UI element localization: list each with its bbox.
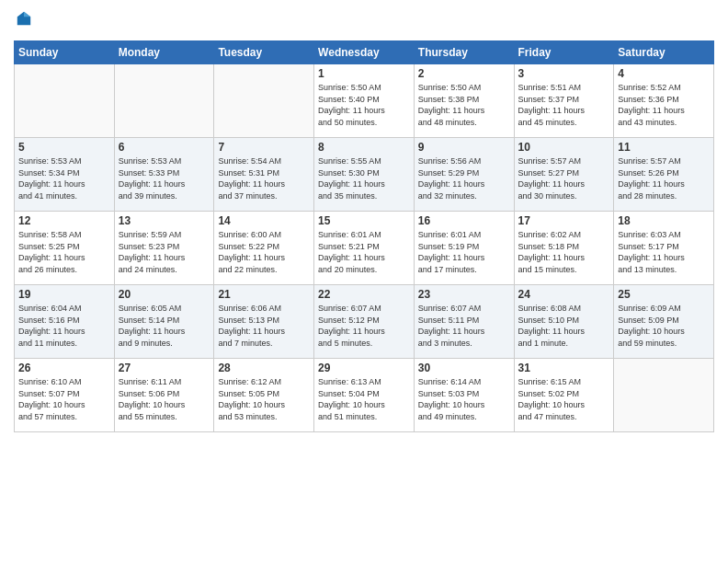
day-number: 22 [318, 288, 410, 301]
day-number: 27 [119, 362, 210, 374]
day-info: Sunrise: 6:00 AM Sunset: 5:22 PM Dayligh… [218, 229, 310, 275]
day-number: 31 [518, 362, 610, 374]
day-number: 30 [418, 362, 510, 374]
day-cell: 19Sunrise: 6:04 AM Sunset: 5:16 PM Dayli… [15, 285, 115, 359]
day-number: 24 [518, 288, 610, 301]
day-number: 25 [618, 288, 710, 301]
day-info: Sunrise: 5:53 AM Sunset: 5:33 PM Dayligh… [119, 155, 210, 201]
day-number: 17 [518, 214, 610, 227]
day-number: 29 [318, 362, 410, 374]
day-cell: 28Sunrise: 6:12 AM Sunset: 5:05 PM Dayli… [214, 359, 314, 432]
day-cell: 26Sunrise: 6:10 AM Sunset: 5:07 PM Dayli… [15, 359, 115, 432]
day-number: 2 [418, 67, 510, 80]
day-cell: 4Sunrise: 5:52 AM Sunset: 5:36 PM Daylig… [614, 64, 714, 138]
day-info: Sunrise: 6:07 AM Sunset: 5:12 PM Dayligh… [318, 303, 410, 349]
day-info: Sunrise: 6:08 AM Sunset: 5:10 PM Dayligh… [518, 303, 610, 349]
day-cell: 18Sunrise: 6:03 AM Sunset: 5:17 PM Dayli… [614, 212, 714, 285]
week-row-2: 5Sunrise: 5:53 AM Sunset: 5:34 PM Daylig… [15, 138, 714, 212]
day-cell: 5Sunrise: 5:53 AM Sunset: 5:34 PM Daylig… [15, 138, 115, 212]
day-number: 5 [18, 141, 110, 154]
week-row-4: 19Sunrise: 6:04 AM Sunset: 5:16 PM Dayli… [15, 285, 714, 359]
weekday-tuesday: Tuesday [214, 41, 314, 64]
day-cell: 2Sunrise: 5:50 AM Sunset: 5:38 PM Daylig… [414, 64, 514, 138]
day-info: Sunrise: 5:57 AM Sunset: 5:26 PM Dayligh… [618, 155, 710, 201]
day-cell: 27Sunrise: 6:11 AM Sunset: 5:06 PM Dayli… [114, 359, 214, 432]
day-info: Sunrise: 6:04 AM Sunset: 5:16 PM Dayligh… [18, 303, 110, 349]
day-cell: 12Sunrise: 5:58 AM Sunset: 5:25 PM Dayli… [15, 212, 115, 285]
day-number: 18 [618, 214, 710, 227]
day-cell: 21Sunrise: 6:06 AM Sunset: 5:13 PM Dayli… [214, 285, 314, 359]
day-number: 14 [218, 214, 310, 227]
day-info: Sunrise: 5:57 AM Sunset: 5:27 PM Dayligh… [518, 155, 610, 201]
day-number: 20 [119, 288, 210, 301]
day-cell: 25Sunrise: 6:09 AM Sunset: 5:09 PM Dayli… [614, 285, 714, 359]
day-cell: 8Sunrise: 5:55 AM Sunset: 5:30 PM Daylig… [314, 138, 415, 212]
day-cell: 3Sunrise: 5:51 AM Sunset: 5:37 PM Daylig… [514, 64, 614, 138]
day-cell [114, 64, 214, 138]
day-cell [614, 359, 714, 432]
day-cell: 6Sunrise: 5:53 AM Sunset: 5:33 PM Daylig… [114, 138, 214, 212]
logo-icon [16, 10, 32, 27]
day-number: 16 [418, 214, 510, 227]
day-cell: 9Sunrise: 5:56 AM Sunset: 5:29 PM Daylig… [414, 138, 514, 212]
day-info: Sunrise: 5:55 AM Sunset: 5:30 PM Dayligh… [318, 155, 410, 201]
day-info: Sunrise: 5:54 AM Sunset: 5:31 PM Dayligh… [218, 155, 310, 201]
day-info: Sunrise: 6:05 AM Sunset: 5:14 PM Dayligh… [119, 303, 210, 349]
day-info: Sunrise: 5:53 AM Sunset: 5:34 PM Dayligh… [18, 155, 110, 201]
day-info: Sunrise: 6:01 AM Sunset: 5:21 PM Dayligh… [318, 229, 410, 275]
day-cell: 30Sunrise: 6:14 AM Sunset: 5:03 PM Dayli… [414, 359, 514, 432]
day-info: Sunrise: 5:50 AM Sunset: 5:40 PM Dayligh… [318, 82, 410, 128]
day-cell: 10Sunrise: 5:57 AM Sunset: 5:27 PM Dayli… [514, 138, 614, 212]
svg-marker-1 [24, 12, 30, 17]
week-row-3: 12Sunrise: 5:58 AM Sunset: 5:25 PM Dayli… [15, 212, 714, 285]
day-cell: 14Sunrise: 6:00 AM Sunset: 5:22 PM Dayli… [214, 212, 314, 285]
day-info: Sunrise: 6:01 AM Sunset: 5:19 PM Dayligh… [418, 229, 510, 275]
day-info: Sunrise: 5:58 AM Sunset: 5:25 PM Dayligh… [18, 229, 110, 275]
day-number: 9 [418, 141, 510, 154]
day-cell: 29Sunrise: 6:13 AM Sunset: 5:04 PM Dayli… [314, 359, 415, 432]
day-number: 28 [218, 362, 310, 374]
day-number: 6 [119, 141, 210, 154]
calendar-body: 1Sunrise: 5:50 AM Sunset: 5:40 PM Daylig… [15, 64, 714, 432]
weekday-friday: Friday [514, 41, 614, 64]
day-number: 13 [119, 214, 210, 227]
day-info: Sunrise: 6:14 AM Sunset: 5:03 PM Dayligh… [418, 376, 510, 422]
day-info: Sunrise: 6:07 AM Sunset: 5:11 PM Dayligh… [418, 303, 510, 349]
day-number: 12 [18, 214, 110, 227]
day-cell: 22Sunrise: 6:07 AM Sunset: 5:12 PM Dayli… [314, 285, 415, 359]
day-info: Sunrise: 6:13 AM Sunset: 5:04 PM Dayligh… [318, 376, 410, 422]
day-info: Sunrise: 5:50 AM Sunset: 5:38 PM Dayligh… [418, 82, 510, 128]
day-cell: 20Sunrise: 6:05 AM Sunset: 5:14 PM Dayli… [114, 285, 214, 359]
day-cell: 31Sunrise: 6:15 AM Sunset: 5:02 PM Dayli… [514, 359, 614, 432]
day-info: Sunrise: 6:09 AM Sunset: 5:09 PM Dayligh… [618, 303, 710, 349]
day-number: 7 [218, 141, 310, 154]
day-number: 15 [318, 214, 410, 227]
day-number: 21 [218, 288, 310, 301]
week-row-1: 1Sunrise: 5:50 AM Sunset: 5:40 PM Daylig… [15, 64, 714, 138]
day-info: Sunrise: 6:12 AM Sunset: 5:05 PM Dayligh… [218, 376, 310, 422]
day-info: Sunrise: 5:52 AM Sunset: 5:36 PM Dayligh… [618, 82, 710, 128]
day-info: Sunrise: 6:03 AM Sunset: 5:17 PM Dayligh… [618, 229, 710, 275]
day-number: 11 [618, 141, 710, 154]
day-info: Sunrise: 6:02 AM Sunset: 5:18 PM Dayligh… [518, 229, 610, 275]
day-cell [15, 64, 115, 138]
day-number: 3 [518, 67, 610, 80]
day-cell: 16Sunrise: 6:01 AM Sunset: 5:19 PM Dayli… [414, 212, 514, 285]
day-cell: 23Sunrise: 6:07 AM Sunset: 5:11 PM Dayli… [414, 285, 514, 359]
day-cell: 13Sunrise: 5:59 AM Sunset: 5:23 PM Dayli… [114, 212, 214, 285]
header [14, 9, 714, 31]
calendar-header: SundayMondayTuesdayWednesdayThursdayFrid… [15, 41, 714, 64]
day-cell [214, 64, 314, 138]
day-info: Sunrise: 5:59 AM Sunset: 5:23 PM Dayligh… [119, 229, 210, 275]
day-cell: 17Sunrise: 6:02 AM Sunset: 5:18 PM Dayli… [514, 212, 614, 285]
day-info: Sunrise: 5:51 AM Sunset: 5:37 PM Dayligh… [518, 82, 610, 128]
day-number: 23 [418, 288, 510, 301]
day-info: Sunrise: 6:06 AM Sunset: 5:13 PM Dayligh… [218, 303, 310, 349]
day-cell: 1Sunrise: 5:50 AM Sunset: 5:40 PM Daylig… [314, 64, 415, 138]
calendar-table: SundayMondayTuesdayWednesdayThursdayFrid… [14, 40, 714, 432]
weekday-thursday: Thursday [414, 41, 514, 64]
day-number: 19 [18, 288, 110, 301]
day-number: 10 [518, 141, 610, 154]
day-number: 8 [318, 141, 410, 154]
calendar-container: SundayMondayTuesdayWednesdayThursdayFrid… [0, 0, 728, 442]
